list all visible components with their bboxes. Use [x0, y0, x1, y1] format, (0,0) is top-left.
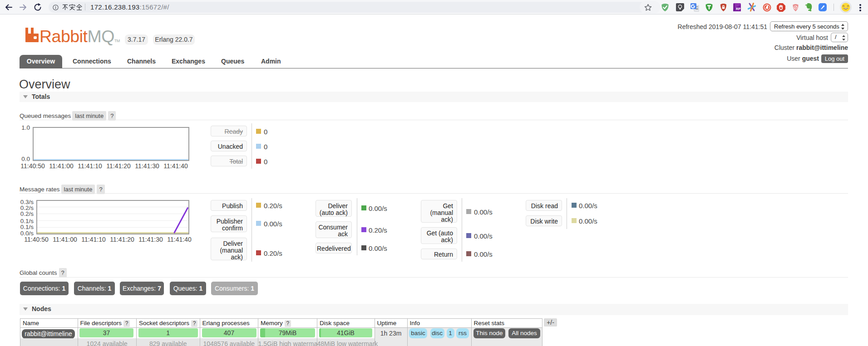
svg-text:RP: RP: [736, 7, 740, 11]
